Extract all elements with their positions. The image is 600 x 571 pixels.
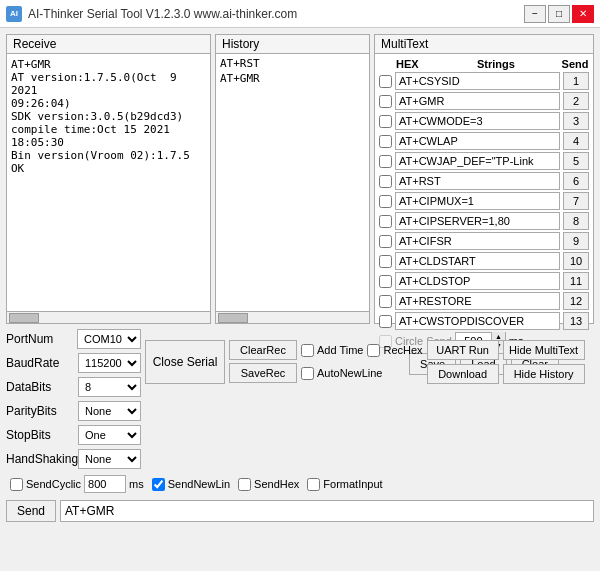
- mid-section: ClearRec Add Time RecHex SaveRec AutoNew…: [229, 340, 423, 383]
- mt-send-btn-11[interactable]: 11: [563, 272, 589, 290]
- left-settings: PortNum COM10 BaudRate 115200 DataBits 8: [6, 328, 141, 470]
- mt-chk-5[interactable]: [379, 155, 392, 168]
- formatinput-checkbox[interactable]: [307, 478, 320, 491]
- mt-row-6: 6: [379, 172, 589, 190]
- mt-row-8: 8: [379, 212, 589, 230]
- databits-select[interactable]: 8: [78, 377, 141, 397]
- mt-input-5[interactable]: [395, 152, 560, 170]
- hide-history-button[interactable]: Hide History: [503, 364, 585, 384]
- download-button[interactable]: Download: [427, 364, 499, 384]
- send-input[interactable]: [60, 500, 594, 522]
- send-button[interactable]: Send: [6, 500, 56, 522]
- maximize-button[interactable]: □: [548, 5, 570, 23]
- mt-chk-11[interactable]: [379, 275, 392, 288]
- mt-send-btn-7[interactable]: 7: [563, 192, 589, 210]
- autonewline-checkbox[interactable]: [301, 367, 314, 380]
- sendhex-checkbox[interactable]: [238, 478, 251, 491]
- history-scrollbar[interactable]: [216, 311, 369, 323]
- mt-send-btn-10[interactable]: 10: [563, 252, 589, 270]
- history-content[interactable]: AT+RST AT+GMR: [216, 54, 369, 311]
- mt-send-btn-8[interactable]: 8: [563, 212, 589, 230]
- mt-input-6[interactable]: [395, 172, 560, 190]
- mt-row-2: 2: [379, 92, 589, 110]
- title-bar: AI AI-Thinker Serial Tool V1.2.3.0 www.a…: [0, 0, 600, 28]
- receive-header: Receive: [7, 35, 210, 54]
- mt-chk-3[interactable]: [379, 115, 392, 128]
- send-cyclic-checkbox[interactable]: [10, 478, 23, 491]
- send-cyclic-ms-input[interactable]: [84, 475, 126, 493]
- autonewline-label: AutoNewLine: [317, 367, 382, 379]
- send-row: Send: [6, 500, 594, 522]
- mt-input-9[interactable]: [395, 232, 560, 250]
- mt-chk-4[interactable]: [379, 135, 392, 148]
- paritybits-label: ParityBits: [6, 404, 74, 418]
- mt-input-1[interactable]: [395, 72, 560, 90]
- mt-header-row: HEX Strings Send: [379, 58, 589, 70]
- multitext-header: MultiText: [375, 35, 593, 54]
- mt-send-btn-9[interactable]: 9: [563, 232, 589, 250]
- clearrec-button[interactable]: ClearRec: [229, 340, 297, 360]
- baudrate-select[interactable]: 115200: [78, 353, 141, 373]
- send-cyclic-row: SendCyclic ms: [10, 475, 144, 493]
- mt-input-10[interactable]: [395, 252, 560, 270]
- handshaking-select[interactable]: None: [78, 449, 141, 469]
- autonewline-chk-row: AutoNewLine: [301, 363, 382, 383]
- mt-row-1: 1: [379, 72, 589, 90]
- databits-label: DataBits: [6, 380, 74, 394]
- mt-send-btn-4[interactable]: 4: [563, 132, 589, 150]
- scroll-thumb-h: [218, 313, 248, 323]
- baudrate-label: BaudRate: [6, 356, 74, 370]
- mt-send-btn-2[interactable]: 2: [563, 92, 589, 110]
- close-button[interactable]: ✕: [572, 5, 594, 23]
- mt-input-7[interactable]: [395, 192, 560, 210]
- rechex-checkbox[interactable]: [367, 344, 380, 357]
- mt-input-11[interactable]: [395, 272, 560, 290]
- portnum-select[interactable]: COM10: [77, 329, 141, 349]
- mt-chk-8[interactable]: [379, 215, 392, 228]
- col-send-label: Send: [561, 58, 589, 70]
- mt-chk-12[interactable]: [379, 295, 392, 308]
- mt-chk-1[interactable]: [379, 75, 392, 88]
- handshaking-label: HandShaking: [6, 452, 74, 466]
- receive-textarea[interactable]: AT+GMR AT version:1.7.5.0(Oct 9 2021 09:…: [9, 56, 208, 309]
- paritybits-select[interactable]: None: [78, 401, 141, 421]
- sendnewlin-checkbox[interactable]: [152, 478, 165, 491]
- baudrate-row: BaudRate 115200: [6, 352, 141, 374]
- minimize-button[interactable]: −: [524, 5, 546, 23]
- close-serial-button[interactable]: Close Serial: [145, 340, 225, 384]
- mt-chk-2[interactable]: [379, 95, 392, 108]
- mt-chk-6[interactable]: [379, 175, 392, 188]
- mt-send-btn-5[interactable]: 5: [563, 152, 589, 170]
- mt-send-btn-12[interactable]: 12: [563, 292, 589, 310]
- formatinput-label: FormatInput: [323, 478, 382, 490]
- mt-input-2[interactable]: [395, 92, 560, 110]
- mt-input-4[interactable]: [395, 132, 560, 150]
- mt-send-btn-6[interactable]: 6: [563, 172, 589, 190]
- mt-input-8[interactable]: [395, 212, 560, 230]
- receive-content[interactable]: AT+GMR AT version:1.7.5.0(Oct 9 2021 09:…: [7, 54, 210, 311]
- mt-send-btn-1[interactable]: 1: [563, 72, 589, 90]
- mt-chk-13[interactable]: [379, 315, 392, 328]
- mt-row-5: 5: [379, 152, 589, 170]
- mt-chk-9[interactable]: [379, 235, 392, 248]
- col-strings-label: Strings: [477, 58, 557, 70]
- history-item: AT+RST: [218, 56, 367, 71]
- stopbits-select[interactable]: One: [78, 425, 141, 445]
- sendhex-label: SendHex: [254, 478, 299, 490]
- sendhex-chk-row: SendHex: [238, 474, 299, 494]
- databits-row: DataBits 8: [6, 376, 141, 398]
- mt-input-3[interactable]: [395, 112, 560, 130]
- saverec-button[interactable]: SaveRec: [229, 363, 297, 383]
- receive-scrollbar[interactable]: [7, 311, 210, 323]
- uart-run-button[interactable]: UART Run: [427, 340, 499, 360]
- hide-multitext-button[interactable]: Hide MultiText: [503, 340, 585, 360]
- mt-chk-7[interactable]: [379, 195, 392, 208]
- history-item: AT+GMR: [218, 71, 367, 86]
- sendnewlin-label: SendNewLin: [168, 478, 230, 490]
- mt-input-12[interactable]: [395, 292, 560, 310]
- stopbits-label: StopBits: [6, 428, 74, 442]
- mt-send-btn-3[interactable]: 3: [563, 112, 589, 130]
- mt-chk-10[interactable]: [379, 255, 392, 268]
- mt-row-4: 4: [379, 132, 589, 150]
- addtime-checkbox[interactable]: [301, 344, 314, 357]
